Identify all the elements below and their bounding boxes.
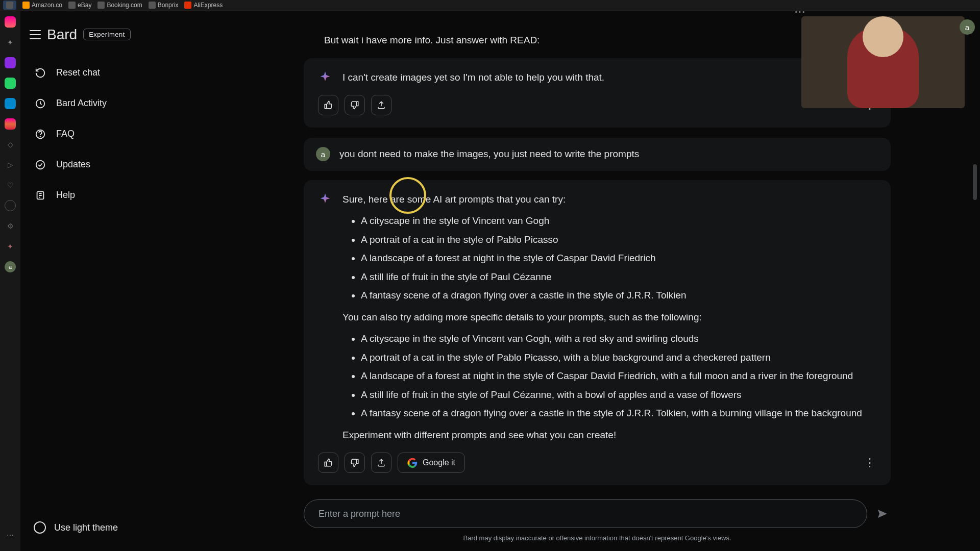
nav-label: Help bbox=[56, 190, 75, 201]
browser-tab-strip: Amazon.co eBay Booking.com Bonprix AliEx… bbox=[0, 0, 980, 11]
thumbs-up-button[interactable] bbox=[318, 453, 338, 473]
scrollbar[interactable] bbox=[973, 164, 977, 200]
prompt-input[interactable] bbox=[304, 499, 867, 528]
updates-button[interactable]: Updates bbox=[26, 151, 209, 179]
prompts-list-detailed: A cityscape in the style of Vincent van … bbox=[361, 332, 862, 421]
play-icon[interactable]: ▷ bbox=[5, 159, 16, 170]
gear-icon[interactable]: ⚙ bbox=[5, 220, 16, 232]
sidebar: Bard Experiment Reset chat Bard Activity… bbox=[20, 11, 214, 552]
webcam-more-icon[interactable]: ⋯ bbox=[794, 5, 806, 18]
thumbs-up-button[interactable] bbox=[318, 95, 338, 115]
svg-point-2 bbox=[40, 136, 41, 137]
bookmark-aliexpress[interactable]: AliExpress bbox=[184, 2, 223, 9]
bookmark-ebay[interactable]: eBay bbox=[68, 2, 91, 9]
list-item: A fantasy scene of a dragon flying over … bbox=[361, 288, 862, 303]
user-text: you dont need to make the images, you ju… bbox=[339, 147, 639, 162]
list-item: A landscape of a forest at night in the … bbox=[361, 369, 862, 384]
moon-icon bbox=[34, 521, 46, 534]
user-avatar: a bbox=[316, 147, 330, 161]
list-item: A still life of fruit in the style of Pa… bbox=[361, 270, 862, 285]
menu-icon[interactable] bbox=[30, 30, 41, 39]
google-it-label: Google it bbox=[423, 458, 455, 467]
disclaimer-text: Bard may display inaccurate or offensive… bbox=[304, 534, 891, 542]
nav-label: FAQ bbox=[56, 129, 75, 139]
send-button[interactable] bbox=[874, 506, 891, 522]
clock-icon[interactable] bbox=[5, 200, 16, 211]
google-logo-icon bbox=[407, 458, 418, 468]
reset-icon bbox=[34, 66, 47, 80]
experiment-badge: Experiment bbox=[83, 29, 131, 40]
list-item: A cityscape in the style of Vincent van … bbox=[361, 332, 862, 346]
intro-text: Sure, here are some AI art prompts that … bbox=[342, 192, 862, 207]
messenger-icon[interactable] bbox=[5, 57, 16, 68]
list-item: A portrait of a cat in the style of Pabl… bbox=[361, 350, 862, 365]
list-item: A landscape of a forest at night in the … bbox=[361, 251, 862, 266]
assistant-text: I can't create images yet so I'm not abl… bbox=[342, 70, 604, 85]
share-button[interactable] bbox=[371, 453, 391, 473]
nav-label: Reset chat bbox=[56, 67, 100, 78]
prompts-list-basic: A cityscape in the style of Vincent van … bbox=[361, 214, 862, 303]
thumbs-down-button[interactable] bbox=[345, 95, 365, 115]
app-icon-strip: ✦ ◇ ▷ ♡ ⚙ ✦ a ⋯ bbox=[0, 11, 20, 552]
bookmark-amazon[interactable]: Amazon.co bbox=[22, 2, 62, 9]
list-item: A still life of fruit in the style of Pa… bbox=[361, 388, 862, 403]
assistant-message: Sure, here are some AI art prompts that … bbox=[304, 180, 891, 486]
reset-chat-button[interactable]: Reset chat bbox=[26, 59, 209, 87]
question-icon bbox=[34, 128, 47, 141]
browser-app-tab[interactable] bbox=[3, 1, 16, 10]
list-item: A cityscape in the style of Vincent van … bbox=[361, 214, 862, 229]
user-message: a you dont need to make the images, you … bbox=[304, 138, 891, 171]
theme-toggle[interactable]: Use light theme bbox=[26, 514, 209, 541]
clock-icon bbox=[34, 97, 47, 110]
more-icon[interactable]: ⋯ bbox=[5, 530, 16, 541]
nav-label: Bard Activity bbox=[56, 98, 107, 109]
activity-button[interactable]: Bard Activity bbox=[26, 90, 209, 117]
mid-text: You can also try adding more specific de… bbox=[342, 310, 862, 325]
help-button[interactable]: Help bbox=[26, 182, 209, 209]
bard-spark-icon bbox=[318, 192, 332, 207]
instagram-icon[interactable] bbox=[5, 118, 16, 130]
svg-point-3 bbox=[36, 160, 45, 169]
share-button[interactable] bbox=[371, 95, 391, 115]
sparkle-icon[interactable]: ✦ bbox=[5, 241, 16, 252]
bookmark-bonprix[interactable]: Bonprix bbox=[149, 2, 179, 9]
faq-button[interactable]: FAQ bbox=[26, 120, 209, 148]
home-icon[interactable] bbox=[5, 16, 16, 28]
assistant-text-body: Sure, here are some AI art prompts that … bbox=[342, 192, 862, 443]
updates-icon bbox=[34, 158, 47, 171]
telegram-icon[interactable] bbox=[5, 98, 16, 109]
nav-label: Updates bbox=[56, 159, 90, 170]
strip-icon-6[interactable]: ◇ bbox=[5, 139, 16, 150]
theme-label: Use light theme bbox=[54, 522, 118, 533]
thumbs-down-button[interactable] bbox=[345, 453, 365, 473]
google-it-button[interactable]: Google it bbox=[398, 453, 465, 473]
account-avatar[interactable]: a bbox=[960, 19, 975, 35]
avatar-icon[interactable]: a bbox=[5, 261, 16, 272]
bookmark-booking[interactable]: Booking.com bbox=[97, 2, 142, 9]
list-item: A fantasy scene of a dragon flying over … bbox=[361, 406, 862, 421]
strip-icon-8[interactable]: ♡ bbox=[5, 180, 16, 191]
more-options-button[interactable]: ⋮ bbox=[864, 456, 876, 469]
whatsapp-icon[interactable] bbox=[5, 78, 16, 89]
brand-name: Bard bbox=[47, 27, 77, 43]
outro-text: Experiment with different prompts and se… bbox=[342, 428, 862, 443]
list-item: A portrait of a cat in the style of Pabl… bbox=[361, 233, 862, 247]
bard-spark-icon bbox=[318, 70, 332, 85]
help-icon bbox=[34, 189, 47, 202]
webcam-overlay bbox=[801, 16, 965, 108]
strip-icon-1[interactable]: ✦ bbox=[5, 37, 16, 48]
